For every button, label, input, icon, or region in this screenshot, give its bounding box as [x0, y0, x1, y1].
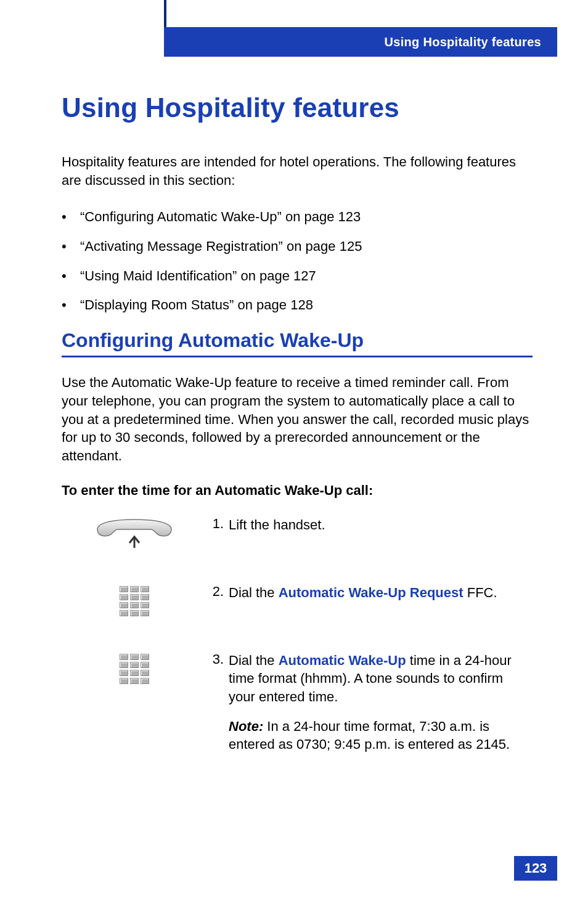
note-label: Note:	[229, 719, 263, 734]
step-text-pre: Dial the	[229, 653, 279, 668]
step-text: Dial the Automatic Wake-Up Request FFC.	[229, 584, 533, 602]
running-header-text: Using Hospitality features	[384, 35, 541, 49]
step-text-highlight: Automatic Wake-Up	[279, 653, 406, 668]
intro-paragraph: Hospitality features are intended for ho…	[62, 153, 533, 189]
step-text: Dial the Automatic Wake-Up time in a 24-…	[229, 651, 533, 754]
step-text-highlight: Automatic Wake-Up Request	[279, 585, 463, 600]
note-text: In a 24-hour time format, 7:30 a.m. is e…	[229, 719, 510, 752]
toc-item: •“Displaying Room Status” on page 128	[62, 296, 533, 314]
step-text-post: Lift the handset.	[229, 517, 325, 532]
page-number: 123	[525, 860, 547, 876]
step-text: Lift the handset.	[229, 516, 533, 534]
keypad-icon	[120, 654, 149, 684]
keypad-icon	[120, 586, 149, 616]
procedure-heading: To enter the time for an Automatic Wake-…	[62, 483, 533, 499]
section-description: Use the Automatic Wake-Up feature to rec…	[62, 373, 533, 465]
toc-item-text: “Configuring Automatic Wake-Up” on page …	[80, 208, 361, 226]
margin-accent-bar	[164, 0, 166, 27]
bullet-dot-icon: •	[62, 237, 80, 256]
step-icon-cell	[62, 584, 206, 616]
toc-bullet-list: •“Configuring Automatic Wake-Up” on page…	[62, 208, 533, 314]
step-number: 3.	[206, 651, 229, 667]
step-note: Note: In a 24-hour time format, 7:30 a.m…	[229, 717, 533, 754]
bullet-dot-icon: •	[62, 267, 80, 285]
step-icon-cell	[62, 651, 206, 684]
step-text-pre: Dial the	[229, 585, 279, 600]
page-title: Using Hospitality features	[62, 92, 533, 123]
section-title: Configuring Automatic Wake-Up	[62, 329, 533, 357]
step-row: 1. Lift the handset.	[62, 516, 533, 559]
step-icon-cell	[62, 516, 206, 550]
toc-item: •“Using Maid Identification” on page 127	[62, 267, 533, 285]
page-number-badge: 123	[514, 856, 557, 881]
page: Using Hospitality features Using Hospita…	[0, 0, 588, 909]
step-row: 2. Dial the Automatic Wake-Up Request FF…	[62, 584, 533, 627]
toc-item: •“Configuring Automatic Wake-Up” on page…	[62, 208, 533, 226]
content-area: Using Hospitality features Hospitality f…	[62, 92, 533, 778]
step-number: 1.	[206, 516, 229, 532]
steps-list: 1. Lift the handset. 2. Dial the Autom	[62, 516, 533, 754]
toc-item-text: “Using Maid Identification” on page 127	[80, 267, 316, 285]
step-text-post: FFC.	[463, 585, 497, 600]
toc-item-text: “Activating Message Registration” on pag…	[80, 237, 362, 256]
step-number: 2.	[206, 584, 229, 600]
toc-item: •“Activating Message Registration” on pa…	[62, 237, 533, 256]
toc-item-text: “Displaying Room Status” on page 128	[80, 296, 313, 314]
handset-lift-icon	[91, 518, 178, 550]
running-header-bar: Using Hospitality features	[164, 27, 557, 57]
bullet-dot-icon: •	[62, 208, 80, 226]
step-row: 3. Dial the Automatic Wake-Up time in a …	[62, 651, 533, 754]
bullet-dot-icon: •	[62, 296, 80, 314]
